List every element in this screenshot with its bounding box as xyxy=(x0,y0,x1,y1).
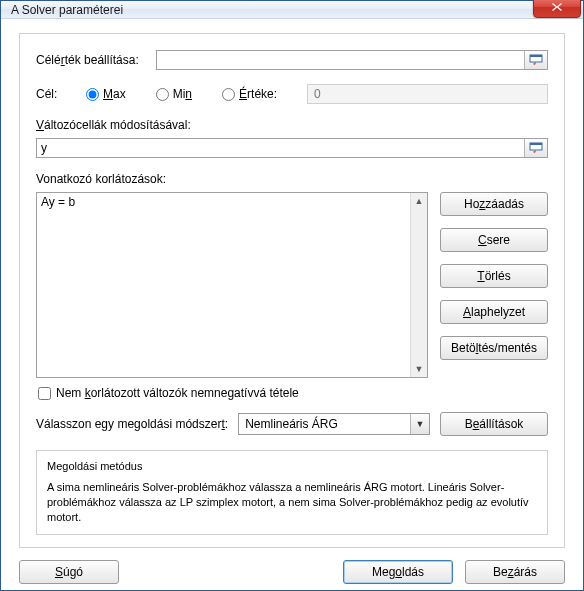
delete-button[interactable]: Törlés xyxy=(440,264,548,288)
constraint-buttons: Hozzáadás Csere Törlés Alaphelyzet Betöl… xyxy=(440,192,548,378)
main-panel: Célérték beállítása: Cél: xyxy=(19,33,565,548)
solve-button[interactable]: Megoldás xyxy=(343,560,453,584)
objective-field xyxy=(156,50,548,70)
constraints-listbox[interactable]: Ay = b ▲ ▼ xyxy=(36,192,428,378)
objective-label: Célérték beállítása: xyxy=(36,53,156,67)
solver-dialog: A Solver paraméterei Célérték beállítása… xyxy=(0,0,584,591)
objective-input[interactable] xyxy=(157,51,524,69)
variables-field xyxy=(36,138,548,158)
info-box: Megoldási metódus A sima nemlineáris Sol… xyxy=(36,450,548,535)
info-header: Megoldási metódus xyxy=(47,459,537,474)
options-button[interactable]: Beállítások xyxy=(440,412,548,436)
scroll-down-icon[interactable]: ▼ xyxy=(411,361,427,377)
scroll-up-icon[interactable]: ▲ xyxy=(411,193,427,209)
radio-min-input[interactable] xyxy=(156,88,169,101)
add-button[interactable]: Hozzáadás xyxy=(440,192,548,216)
bottom-buttons: Súgó Megoldás Bezárás xyxy=(19,548,565,584)
titlebar: A Solver paraméterei xyxy=(1,1,583,19)
scrollbar[interactable]: ▲ ▼ xyxy=(410,193,427,377)
range-picker-icon xyxy=(529,142,543,154)
constraints-label: Vonatkozó korlátozások: xyxy=(36,172,548,186)
radio-min[interactable]: Min xyxy=(156,87,192,101)
constraints-area: Ay = b ▲ ▼ Hozzáadás Csere Törlés Alaphe… xyxy=(36,192,548,378)
radio-value[interactable]: Értéke: xyxy=(222,87,277,101)
svg-rect-3 xyxy=(530,143,542,145)
target-label: Cél: xyxy=(36,87,86,101)
change-button[interactable]: Csere xyxy=(440,228,548,252)
variables-label: Változócellák módosításával: xyxy=(36,118,548,132)
list-item[interactable]: Ay = b xyxy=(41,195,411,209)
reset-button[interactable]: Alaphelyzet xyxy=(440,300,548,324)
objective-picker-button[interactable] xyxy=(524,51,547,69)
window-title: A Solver paraméterei xyxy=(11,3,533,17)
nonneg-checkbox-row[interactable]: Nem korlátozott változók nemnegatívvá té… xyxy=(36,386,548,400)
target-row: Cél: Max Min Értéke: 0 xyxy=(36,84,548,104)
window-close-button[interactable] xyxy=(533,0,581,18)
variables-input[interactable] xyxy=(37,139,524,157)
close-icon xyxy=(551,2,563,12)
method-selected: Nemlineáris ÁRG xyxy=(239,417,410,431)
radio-value-label: Értéke: xyxy=(239,87,277,101)
range-picker-icon xyxy=(529,54,543,66)
dialog-body: Célérték beállítása: Cél: xyxy=(1,19,583,591)
method-select[interactable]: Nemlineáris ÁRG ▼ xyxy=(238,413,430,435)
nonneg-checkbox[interactable] xyxy=(38,387,51,400)
value-of-text: 0 xyxy=(314,87,321,101)
radio-min-label: Min xyxy=(173,87,192,101)
method-label: Válasszon egy megoldási módszert: xyxy=(36,417,228,431)
info-body: A sima nemlineáris Solver-problémákhoz v… xyxy=(47,480,537,525)
load-save-button[interactable]: Betöltés/mentés xyxy=(440,336,548,360)
radio-value-input[interactable] xyxy=(222,88,235,101)
help-button[interactable]: Súgó xyxy=(19,560,119,584)
nonneg-label: Nem korlátozott változók nemnegatívvá té… xyxy=(56,386,299,400)
value-of-field: 0 xyxy=(307,84,548,104)
radio-max[interactable]: Max xyxy=(86,87,126,101)
method-row: Válasszon egy megoldási módszert: Nemlin… xyxy=(36,412,548,436)
chevron-down-icon[interactable]: ▼ xyxy=(410,414,429,434)
radio-max-input[interactable] xyxy=(86,88,99,101)
close-button[interactable]: Bezárás xyxy=(465,560,565,584)
radio-max-label: Max xyxy=(103,87,126,101)
svg-rect-1 xyxy=(530,55,542,57)
objective-row: Célérték beállítása: xyxy=(36,50,548,70)
variables-picker-button[interactable] xyxy=(524,139,547,157)
